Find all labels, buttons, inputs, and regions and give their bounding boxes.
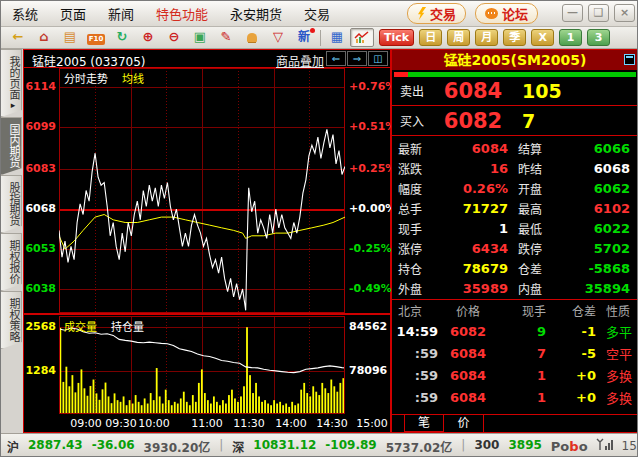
- stat-label: 总手: [392, 200, 438, 217]
- contract-title: 锰硅2005(SM2005): [392, 50, 638, 70]
- chat-bubble-icon: [485, 8, 498, 19]
- ask-volume: 105: [506, 80, 562, 102]
- tick-time: 14:59: [392, 324, 438, 339]
- period-button-3[interactable]: 3: [587, 29, 610, 46]
- minimize-button[interactable]: —: [562, 4, 583, 22]
- forum-button[interactable]: 论坛: [475, 3, 538, 24]
- bid-row[interactable]: 买入 6082 7: [392, 106, 638, 136]
- zoom-out-icon[interactable]: ⊖: [161, 28, 187, 47]
- volume-axis-label: 1284: [24, 365, 56, 377]
- price-axis-label: 6099: [24, 121, 56, 133]
- toolbar-separator: [320, 30, 321, 46]
- tick-volume: 1: [498, 390, 546, 405]
- home-icon[interactable]: ⌂: [31, 28, 57, 47]
- quote-panel: 锰硅2005(SM2005) 卖出 6084 105 买入 6082 7 最新6…: [391, 49, 638, 433]
- period-button-X[interactable]: X: [531, 29, 554, 46]
- tick-row[interactable]: :5960847-5空平: [392, 342, 638, 364]
- menu-item-交易[interactable]: 交易: [293, 1, 341, 26]
- percent-axis-label: -0.49%: [349, 283, 392, 295]
- edit-icon[interactable]: ✎: [213, 28, 239, 47]
- stat-row: 幅度0.26%开盘6062: [392, 178, 638, 198]
- back-icon[interactable]: ←: [5, 28, 31, 47]
- col-exchange: 北京: [392, 302, 438, 319]
- price-axis-label: 6083: [24, 163, 56, 175]
- trade-button[interactable]: 交易: [407, 3, 466, 24]
- zoom-in-icon[interactable]: ⊕: [135, 28, 161, 47]
- price-axis-label: 6053: [24, 243, 56, 255]
- stat-label: 幅度: [392, 180, 438, 197]
- oi-axis-label: 78096: [349, 365, 392, 377]
- notes-icon[interactable]: ▤: [57, 28, 83, 47]
- tick-price: 6084: [438, 368, 498, 383]
- ma-series-label: 均线: [122, 73, 144, 86]
- stat-label: 昨结: [508, 160, 554, 177]
- overlay-link[interactable]: 商品叠加: [276, 52, 324, 69]
- alert-bell-icon[interactable]: [239, 28, 265, 47]
- next-contract-icon[interactable]: ⇒: [347, 51, 367, 66]
- price-axis-label: 6068: [24, 203, 56, 215]
- time-tick: 10:00: [138, 417, 170, 430]
- sidebar-tab-期权策略[interactable]: 期权策略: [1, 291, 22, 349]
- ask-row[interactable]: 卖出 6084 105: [392, 76, 638, 106]
- tick-time: :59: [392, 368, 438, 383]
- tick-time: :59: [392, 346, 438, 361]
- tick-price: 6084: [438, 390, 498, 405]
- period-button-1[interactable]: 1: [559, 29, 582, 46]
- percent-axis-label: +0.00%: [349, 203, 392, 215]
- menu-item-永安期货[interactable]: 永安期货: [219, 1, 293, 26]
- menu-item-新闻[interactable]: 新闻: [97, 1, 145, 26]
- stat-value: 35989: [438, 281, 508, 296]
- prev-contract-icon[interactable]: ⇐: [326, 51, 346, 66]
- tab-prices[interactable]: 价: [444, 415, 484, 432]
- menu-item-特色功能[interactable]: 特色功能: [145, 1, 219, 26]
- tab-ticks[interactable]: 笔: [404, 415, 444, 432]
- status-segment: 沪: [7, 438, 19, 455]
- volume-axis-label: 2568: [24, 321, 56, 333]
- tick-nature: 空平: [596, 344, 632, 363]
- sidebar-tab-股指期货[interactable]: 股指期货: [1, 175, 22, 233]
- split-view-icon[interactable]: ◫: [368, 51, 388, 66]
- tick-price: 6084: [438, 346, 498, 361]
- period-button-Tick[interactable]: Tick: [379, 29, 414, 46]
- period-button-季[interactable]: 季: [503, 29, 526, 46]
- tick-row[interactable]: :5960841+0多换: [392, 364, 638, 386]
- layers-icon[interactable]: ▣: [187, 28, 213, 47]
- tick-nature: 多换: [596, 388, 632, 407]
- stat-value: 6068: [554, 161, 638, 176]
- refresh-icon[interactable]: ↻: [109, 28, 135, 47]
- maximize-button[interactable]: ❑: [588, 4, 609, 22]
- tick-separator: [392, 299, 638, 300]
- sidebar-tab-期权报价[interactable]: 期权报价: [1, 233, 22, 291]
- sidebar-tab-我的页面[interactable]: 我的页面▸: [1, 49, 22, 117]
- menu-item-系统[interactable]: 系统: [1, 1, 49, 26]
- stat-label: 涨跌: [392, 160, 438, 177]
- restore-window-icon[interactable]: [624, 54, 635, 65]
- stat-label: 跌停: [508, 240, 554, 257]
- time-tick: 11:30: [233, 417, 265, 430]
- stat-label: 涨停: [392, 240, 438, 257]
- col-nature: 性质: [596, 302, 630, 319]
- stat-value: 78679: [438, 261, 508, 276]
- period-button-月[interactable]: 月: [475, 29, 498, 46]
- pane-divider[interactable]: [24, 313, 390, 315]
- whats-new-icon[interactable]: 新: [291, 28, 317, 47]
- status-segment: 300: [474, 438, 499, 455]
- period-button-日[interactable]: 日: [419, 29, 442, 46]
- menu-item-页面[interactable]: 页面: [49, 1, 97, 26]
- intraday-price-chart[interactable]: [59, 68, 345, 313]
- period-button-周[interactable]: 周: [447, 29, 470, 46]
- filter-icon[interactable]: ▽: [265, 28, 291, 47]
- tick-oi-change: +0: [546, 390, 596, 405]
- sidebar-tab-国内期货[interactable]: 国内期货: [1, 117, 22, 175]
- chart-view-icon[interactable]: [350, 28, 374, 47]
- status-segment: |: [461, 438, 465, 455]
- col-volume: 现手: [498, 302, 546, 319]
- close-button[interactable]: ×: [614, 4, 635, 22]
- f10-info-icon[interactable]: F10: [83, 28, 109, 47]
- tick-table-rows: 14:5960829-1多平:5960847-5空平:5960841+0多换:5…: [392, 320, 638, 408]
- tick-row[interactable]: :5960841+0多换: [392, 386, 638, 408]
- tick-row[interactable]: 14:5960829-1多平: [392, 320, 638, 342]
- stat-value: 6084: [438, 141, 508, 156]
- quote-board-icon[interactable]: ▦: [324, 28, 350, 47]
- stat-value: 1: [438, 221, 508, 236]
